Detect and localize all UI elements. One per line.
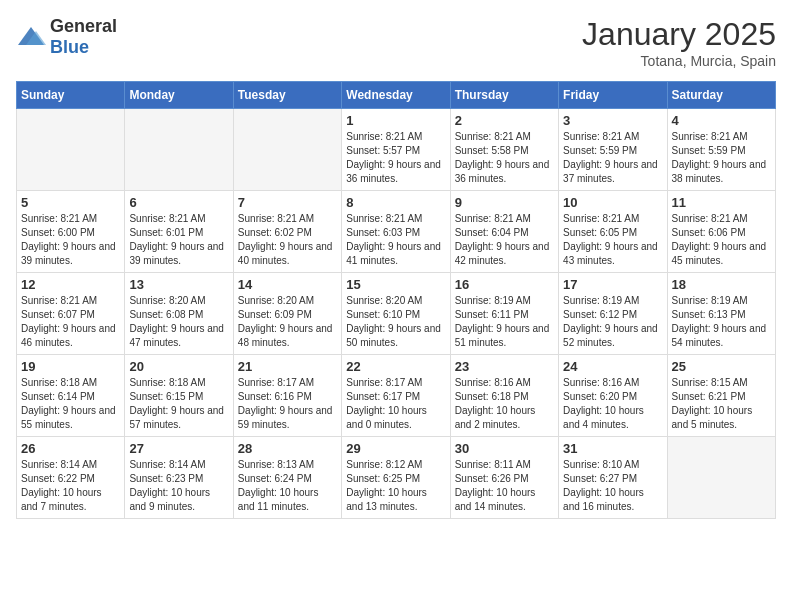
calendar-day-cell: 1Sunrise: 8:21 AM Sunset: 5:57 PM Daylig… xyxy=(342,109,450,191)
calendar-week-row: 26Sunrise: 8:14 AM Sunset: 6:22 PM Dayli… xyxy=(17,437,776,519)
day-info: Sunrise: 8:13 AM Sunset: 6:24 PM Dayligh… xyxy=(238,458,337,514)
day-info: Sunrise: 8:21 AM Sunset: 6:03 PM Dayligh… xyxy=(346,212,445,268)
title-block: January 2025 Totana, Murcia, Spain xyxy=(582,16,776,69)
day-number: 11 xyxy=(672,195,771,210)
day-info: Sunrise: 8:20 AM Sunset: 6:10 PM Dayligh… xyxy=(346,294,445,350)
calendar-day-cell: 10Sunrise: 8:21 AM Sunset: 6:05 PM Dayli… xyxy=(559,191,667,273)
logo-text: General Blue xyxy=(50,16,117,58)
logo-general: General xyxy=(50,16,117,36)
day-info: Sunrise: 8:18 AM Sunset: 6:14 PM Dayligh… xyxy=(21,376,120,432)
day-info: Sunrise: 8:21 AM Sunset: 5:59 PM Dayligh… xyxy=(563,130,662,186)
calendar-day-cell xyxy=(125,109,233,191)
day-number: 27 xyxy=(129,441,228,456)
calendar-day-cell: 7Sunrise: 8:21 AM Sunset: 6:02 PM Daylig… xyxy=(233,191,341,273)
day-info: Sunrise: 8:14 AM Sunset: 6:22 PM Dayligh… xyxy=(21,458,120,514)
day-number: 25 xyxy=(672,359,771,374)
weekday-header: Sunday xyxy=(17,82,125,109)
day-number: 20 xyxy=(129,359,228,374)
calendar-day-cell: 3Sunrise: 8:21 AM Sunset: 5:59 PM Daylig… xyxy=(559,109,667,191)
calendar-day-cell: 9Sunrise: 8:21 AM Sunset: 6:04 PM Daylig… xyxy=(450,191,558,273)
day-info: Sunrise: 8:21 AM Sunset: 6:02 PM Dayligh… xyxy=(238,212,337,268)
calendar-day-cell xyxy=(233,109,341,191)
calendar-day-cell: 8Sunrise: 8:21 AM Sunset: 6:03 PM Daylig… xyxy=(342,191,450,273)
day-info: Sunrise: 8:21 AM Sunset: 6:04 PM Dayligh… xyxy=(455,212,554,268)
day-number: 12 xyxy=(21,277,120,292)
day-info: Sunrise: 8:21 AM Sunset: 6:01 PM Dayligh… xyxy=(129,212,228,268)
calendar-week-row: 5Sunrise: 8:21 AM Sunset: 6:00 PM Daylig… xyxy=(17,191,776,273)
day-info: Sunrise: 8:21 AM Sunset: 6:00 PM Dayligh… xyxy=(21,212,120,268)
day-info: Sunrise: 8:15 AM Sunset: 6:21 PM Dayligh… xyxy=(672,376,771,432)
calendar-day-cell: 2Sunrise: 8:21 AM Sunset: 5:58 PM Daylig… xyxy=(450,109,558,191)
weekday-header: Tuesday xyxy=(233,82,341,109)
day-number: 13 xyxy=(129,277,228,292)
day-number: 3 xyxy=(563,113,662,128)
day-info: Sunrise: 8:20 AM Sunset: 6:09 PM Dayligh… xyxy=(238,294,337,350)
calendar-day-cell: 6Sunrise: 8:21 AM Sunset: 6:01 PM Daylig… xyxy=(125,191,233,273)
page-header: General Blue January 2025 Totana, Murcia… xyxy=(16,16,776,69)
day-number: 19 xyxy=(21,359,120,374)
day-number: 6 xyxy=(129,195,228,210)
day-number: 5 xyxy=(21,195,120,210)
day-info: Sunrise: 8:20 AM Sunset: 6:08 PM Dayligh… xyxy=(129,294,228,350)
calendar-day-cell: 30Sunrise: 8:11 AM Sunset: 6:26 PM Dayli… xyxy=(450,437,558,519)
day-info: Sunrise: 8:10 AM Sunset: 6:27 PM Dayligh… xyxy=(563,458,662,514)
calendar-table: SundayMondayTuesdayWednesdayThursdayFrid… xyxy=(16,81,776,519)
calendar-day-cell: 31Sunrise: 8:10 AM Sunset: 6:27 PM Dayli… xyxy=(559,437,667,519)
calendar-day-cell xyxy=(17,109,125,191)
calendar-day-cell xyxy=(667,437,775,519)
logo-icon xyxy=(16,25,46,49)
day-number: 16 xyxy=(455,277,554,292)
weekday-header: Thursday xyxy=(450,82,558,109)
calendar-day-cell: 17Sunrise: 8:19 AM Sunset: 6:12 PM Dayli… xyxy=(559,273,667,355)
day-number: 22 xyxy=(346,359,445,374)
day-number: 30 xyxy=(455,441,554,456)
day-info: Sunrise: 8:14 AM Sunset: 6:23 PM Dayligh… xyxy=(129,458,228,514)
calendar-day-cell: 16Sunrise: 8:19 AM Sunset: 6:11 PM Dayli… xyxy=(450,273,558,355)
day-number: 2 xyxy=(455,113,554,128)
day-number: 15 xyxy=(346,277,445,292)
day-number: 9 xyxy=(455,195,554,210)
day-info: Sunrise: 8:18 AM Sunset: 6:15 PM Dayligh… xyxy=(129,376,228,432)
day-info: Sunrise: 8:19 AM Sunset: 6:12 PM Dayligh… xyxy=(563,294,662,350)
day-number: 1 xyxy=(346,113,445,128)
weekday-header: Monday xyxy=(125,82,233,109)
calendar-day-cell: 13Sunrise: 8:20 AM Sunset: 6:08 PM Dayli… xyxy=(125,273,233,355)
day-info: Sunrise: 8:21 AM Sunset: 5:59 PM Dayligh… xyxy=(672,130,771,186)
calendar-day-cell: 12Sunrise: 8:21 AM Sunset: 6:07 PM Dayli… xyxy=(17,273,125,355)
day-number: 14 xyxy=(238,277,337,292)
calendar-day-cell: 14Sunrise: 8:20 AM Sunset: 6:09 PM Dayli… xyxy=(233,273,341,355)
calendar-day-cell: 24Sunrise: 8:16 AM Sunset: 6:20 PM Dayli… xyxy=(559,355,667,437)
day-info: Sunrise: 8:16 AM Sunset: 6:18 PM Dayligh… xyxy=(455,376,554,432)
day-info: Sunrise: 8:19 AM Sunset: 6:11 PM Dayligh… xyxy=(455,294,554,350)
calendar-day-cell: 21Sunrise: 8:17 AM Sunset: 6:16 PM Dayli… xyxy=(233,355,341,437)
calendar-day-cell: 22Sunrise: 8:17 AM Sunset: 6:17 PM Dayli… xyxy=(342,355,450,437)
day-info: Sunrise: 8:21 AM Sunset: 5:58 PM Dayligh… xyxy=(455,130,554,186)
logo: General Blue xyxy=(16,16,117,58)
day-info: Sunrise: 8:17 AM Sunset: 6:16 PM Dayligh… xyxy=(238,376,337,432)
weekday-header: Friday xyxy=(559,82,667,109)
location: Totana, Murcia, Spain xyxy=(582,53,776,69)
day-info: Sunrise: 8:12 AM Sunset: 6:25 PM Dayligh… xyxy=(346,458,445,514)
calendar-day-cell: 27Sunrise: 8:14 AM Sunset: 6:23 PM Dayli… xyxy=(125,437,233,519)
day-number: 29 xyxy=(346,441,445,456)
calendar-day-cell: 25Sunrise: 8:15 AM Sunset: 6:21 PM Dayli… xyxy=(667,355,775,437)
day-number: 28 xyxy=(238,441,337,456)
day-info: Sunrise: 8:21 AM Sunset: 6:07 PM Dayligh… xyxy=(21,294,120,350)
calendar-week-row: 1Sunrise: 8:21 AM Sunset: 5:57 PM Daylig… xyxy=(17,109,776,191)
weekday-header-row: SundayMondayTuesdayWednesdayThursdayFrid… xyxy=(17,82,776,109)
calendar-day-cell: 29Sunrise: 8:12 AM Sunset: 6:25 PM Dayli… xyxy=(342,437,450,519)
day-info: Sunrise: 8:17 AM Sunset: 6:17 PM Dayligh… xyxy=(346,376,445,432)
day-number: 18 xyxy=(672,277,771,292)
day-number: 24 xyxy=(563,359,662,374)
day-info: Sunrise: 8:21 AM Sunset: 5:57 PM Dayligh… xyxy=(346,130,445,186)
weekday-header: Saturday xyxy=(667,82,775,109)
calendar-day-cell: 28Sunrise: 8:13 AM Sunset: 6:24 PM Dayli… xyxy=(233,437,341,519)
calendar-day-cell: 18Sunrise: 8:19 AM Sunset: 6:13 PM Dayli… xyxy=(667,273,775,355)
weekday-header: Wednesday xyxy=(342,82,450,109)
day-number: 17 xyxy=(563,277,662,292)
day-info: Sunrise: 8:11 AM Sunset: 6:26 PM Dayligh… xyxy=(455,458,554,514)
day-number: 23 xyxy=(455,359,554,374)
day-info: Sunrise: 8:21 AM Sunset: 6:05 PM Dayligh… xyxy=(563,212,662,268)
calendar-day-cell: 26Sunrise: 8:14 AM Sunset: 6:22 PM Dayli… xyxy=(17,437,125,519)
day-number: 4 xyxy=(672,113,771,128)
